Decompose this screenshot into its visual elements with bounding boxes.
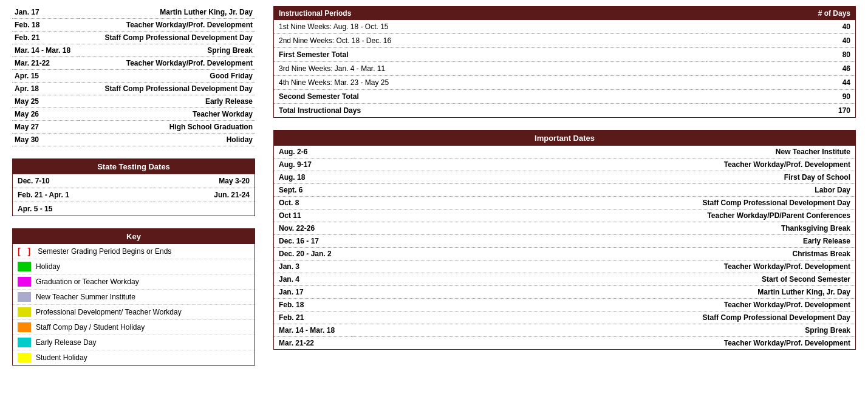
ip-days: 46 bbox=[706, 62, 855, 76]
key-color-box bbox=[18, 353, 31, 362]
important-event: Staff Comp Professional Development Day bbox=[353, 311, 855, 324]
important-date: Dec. 20 - Jan. 2 bbox=[274, 248, 353, 260]
ip-days: 90 bbox=[706, 90, 855, 104]
important-date: Oct 11 bbox=[274, 209, 353, 222]
important-date: Sept. 6 bbox=[274, 184, 353, 197]
bracket-symbol: [ ] bbox=[18, 247, 33, 256]
key-item: Professional Development/ Teacher Workda… bbox=[13, 305, 255, 320]
key-color-box bbox=[18, 338, 31, 347]
holiday-event: Holiday bbox=[79, 134, 255, 146]
key-label: Staff Comp Day / Student Holiday bbox=[36, 323, 145, 332]
holiday-event: High School Graduation bbox=[79, 121, 255, 134]
key-item: New Teacher Summer Institute bbox=[13, 290, 255, 305]
ip-period: 2nd Nine Weeks: Oct. 18 - Dec. 16 bbox=[274, 34, 706, 48]
holiday-list-row: Mar. 14 - Mar. 18Spring Break bbox=[12, 44, 255, 57]
ip-row: 1st Nine Weeks: Aug. 18 - Oct. 1540 bbox=[274, 20, 855, 34]
important-event: Start of Second Semester bbox=[353, 273, 855, 286]
dates-row: Mar. 21-22Teacher Workday/Prof. Developm… bbox=[274, 337, 855, 350]
holiday-event: Early Release bbox=[79, 95, 255, 108]
state-testing-table: Dec. 7-10May 3-20Feb. 21 - Apr. 1Jun. 21… bbox=[13, 174, 255, 216]
dates-row: Mar. 14 - Mar. 18Spring Break bbox=[274, 324, 855, 337]
holiday-list-table: Jan. 17Martin Luther King, Jr. DayFeb. 1… bbox=[12, 6, 255, 146]
dates-row: Jan. 4Start of Second Semester bbox=[274, 273, 855, 286]
important-dates-table: Aug. 2-6New Teacher InstituteAug. 9-17Te… bbox=[274, 146, 855, 349]
important-event: Teacher Workday/Prof. Development bbox=[353, 260, 855, 273]
key-section: Key [ ]Semester Grading Period Begins or… bbox=[12, 228, 255, 366]
important-event: Labor Day bbox=[353, 184, 855, 197]
ip-row: Total Instructional Days170 bbox=[274, 104, 855, 118]
ip-row: Second Semester Total90 bbox=[274, 90, 855, 104]
holiday-date: Apr. 15 bbox=[12, 70, 79, 83]
key-label: Holiday bbox=[36, 262, 60, 271]
holiday-date: Feb. 18 bbox=[12, 19, 79, 32]
ip-days: 170 bbox=[706, 104, 855, 118]
dates-row: Jan. 3Teacher Workday/Prof. Development bbox=[274, 260, 855, 273]
holiday-date: May 27 bbox=[12, 121, 79, 134]
testing-col1: Feb. 21 - Apr. 1 bbox=[13, 188, 152, 202]
important-date: Dec. 16 - 17 bbox=[274, 235, 353, 248]
important-date: Jan. 4 bbox=[274, 273, 353, 286]
state-testing-header: State Testing Dates bbox=[13, 159, 255, 174]
important-date: Oct. 8 bbox=[274, 197, 353, 209]
right-column: Instructional Periods # of Days 1st Nine… bbox=[273, 6, 856, 366]
holiday-list-row: Mar. 21-22Teacher Workday/Prof. Developm… bbox=[12, 57, 255, 70]
important-date: Jan. 17 bbox=[274, 286, 353, 299]
holiday-list-row: Jan. 17Martin Luther King, Jr. Day bbox=[12, 6, 255, 19]
important-event: Christmas Break bbox=[353, 248, 855, 260]
key-color-box bbox=[18, 262, 31, 271]
holiday-event: Martin Luther King, Jr. Day bbox=[79, 6, 255, 19]
important-date: Mar. 21-22 bbox=[274, 337, 353, 350]
holiday-list-row: May 26Teacher Workday bbox=[12, 108, 255, 121]
important-date: Aug. 9-17 bbox=[274, 158, 353, 171]
holiday-event: Teacher Workday/Prof. Development bbox=[79, 19, 255, 32]
main-container: Jan. 17Martin Luther King, Jr. DayFeb. 1… bbox=[12, 6, 856, 366]
important-event: Teacher Workday/Prof. Development bbox=[353, 158, 855, 171]
holiday-event: Staff Comp Professional Development Day bbox=[79, 32, 255, 44]
key-color-box bbox=[18, 322, 31, 332]
important-date: Feb. 18 bbox=[274, 299, 353, 311]
key-item: Holiday bbox=[13, 259, 255, 274]
key-item: Staff Comp Day / Student Holiday bbox=[13, 320, 255, 335]
testing-col2: Jun. 21-24 bbox=[152, 188, 255, 202]
holiday-date: Jan. 17 bbox=[12, 6, 79, 19]
state-testing-section: State Testing Dates Dec. 7-10May 3-20Feb… bbox=[12, 158, 255, 216]
holiday-list-row: Apr. 15Good Friday bbox=[12, 70, 255, 83]
ip-days: 40 bbox=[706, 34, 855, 48]
testing-row: Apr. 5 - 15 bbox=[13, 202, 255, 216]
holiday-list-row: May 27High School Graduation bbox=[12, 121, 255, 134]
key-item: Student Holiday bbox=[13, 350, 255, 365]
ip-period: 1st Nine Weeks: Aug. 18 - Oct. 15 bbox=[274, 20, 706, 34]
ip-days: 40 bbox=[706, 20, 855, 34]
holiday-date: May 25 bbox=[12, 95, 79, 108]
holiday-event: Staff Comp Professional Development Day bbox=[79, 83, 255, 95]
important-event: New Teacher Institute bbox=[353, 146, 855, 158]
instructional-periods-table: Instructional Periods # of Days 1st Nine… bbox=[274, 7, 855, 117]
important-date: Aug. 18 bbox=[274, 171, 353, 184]
dates-row: Sept. 6Labor Day bbox=[274, 184, 855, 197]
ip-period: 3rd Nine Weeks: Jan. 4 - Mar. 11 bbox=[274, 62, 706, 76]
important-event: Teacher Workday/Prof. Development bbox=[353, 299, 855, 311]
key-item: [ ]Semester Grading Period Begins or End… bbox=[13, 244, 255, 259]
key-color-box bbox=[18, 277, 31, 287]
important-dates-header: Important Dates bbox=[274, 131, 855, 146]
testing-col2: May 3-20 bbox=[152, 174, 255, 188]
important-date: Jan. 3 bbox=[274, 260, 353, 273]
ip-period: First Semester Total bbox=[274, 48, 706, 62]
holiday-event: Good Friday bbox=[79, 70, 255, 83]
dates-row: Oct. 8Staff Comp Professional Developmen… bbox=[274, 197, 855, 209]
important-date: Mar. 14 - Mar. 18 bbox=[274, 324, 353, 337]
key-label: Semester Grading Period Begins or Ends bbox=[38, 247, 171, 256]
key-label: Professional Development/ Teacher Workda… bbox=[36, 308, 182, 316]
holiday-date: May 26 bbox=[12, 108, 79, 121]
holiday-list-row: Feb. 18Teacher Workday/Prof. Development bbox=[12, 19, 255, 32]
testing-col1: Apr. 5 - 15 bbox=[13, 202, 152, 216]
ip-header-days: # of Days bbox=[706, 7, 855, 20]
holiday-list-row: Apr. 18Staff Comp Professional Developme… bbox=[12, 83, 255, 95]
dates-row: Aug. 18First Day of School bbox=[274, 171, 855, 184]
testing-col1: Dec. 7-10 bbox=[13, 174, 152, 188]
holiday-date: Feb. 21 bbox=[12, 32, 79, 44]
key-label: Graduation or Teacher Workday bbox=[36, 277, 139, 286]
dates-row: Nov. 22-26Thanksgiving Break bbox=[274, 222, 855, 235]
testing-row: Feb. 21 - Apr. 1Jun. 21-24 bbox=[13, 188, 255, 202]
holiday-date: Mar. 14 - Mar. 18 bbox=[12, 44, 79, 57]
